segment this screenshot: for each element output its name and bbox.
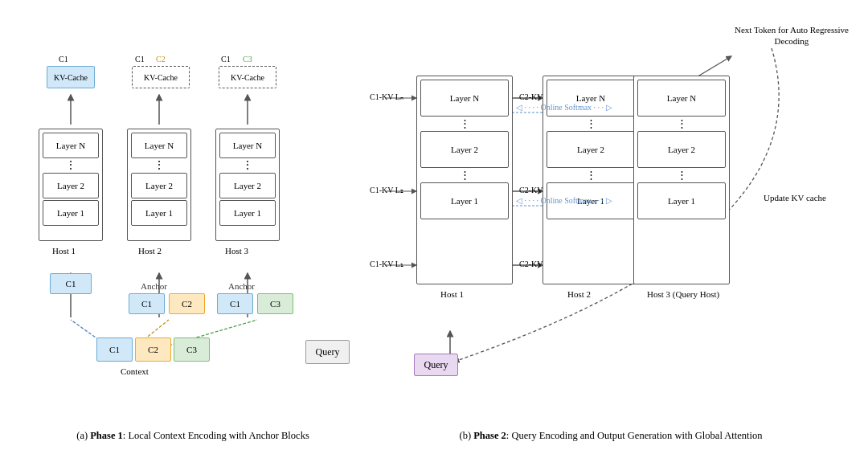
h1-dots: ⋮ [43,160,99,171]
r-h1-stack: Layer N ⋮ Layer 2 ⋮ Layer 1 [416,76,513,284]
h2-host-label: Host 2 [138,246,162,256]
r-h1-dots2: ⋮ [420,170,509,181]
h1-layer-n: Layer N [43,133,99,158]
h1-layer-1: Layer 1 [43,200,99,226]
h2-c2-input: C2 [169,293,205,314]
h2-anchor-label: Anchor [141,281,167,291]
h3-layer-1: Layer 1 [219,200,276,226]
r-h1-dots: ⋮ [420,118,509,129]
h2-layer-2: Layer 2 [131,173,187,198]
left-caption: (a) Phase 1: Local Context Encoding with… [16,429,370,444]
r-h2-host-label: Host 2 [567,289,591,299]
r-h1-kv-ln: C1-KV Lₙ [370,92,403,101]
left-panel: KV-Cache C1 Layer N ⋮ Layer 2 Layer 1 [16,8,370,446]
h3-kvcache: KV-Cache [219,66,276,88]
context-label: Context [121,366,149,376]
online-softmax-2: ◁ · · · · Online Softmax · · · ▷ [516,196,612,205]
h3-dots: ⋮ [219,160,276,171]
r-h1-layer-1: Layer 1 [420,182,509,219]
h3-c1-label: C1 [221,55,231,63]
r-h1-kv-l2: C1-KV L₂ [370,186,403,194]
h2-c2-label: C2 [156,55,166,63]
h3-layer-2: Layer 2 [219,173,276,198]
h1-layer-2: Layer 2 [43,173,99,198]
r-h1-host-label: Host 1 [440,289,464,299]
r-h1-kv-l1: C1-KV L₁ [370,260,403,268]
h2-stack: Layer N ⋮ Layer 2 Layer 1 [127,129,191,241]
next-token-label: Next Token for Auto Regressive Decoding [731,24,852,47]
r-h2-dots2: ⋮ [547,170,635,181]
update-kv-label: Update KV cache [764,193,826,202]
h1-c1-label: C1 [59,55,68,63]
query-box-right: Query [414,354,458,376]
h3-host-label: Host 3 [225,246,248,256]
h2-layer-1: Layer 1 [131,200,187,226]
ctx-c2: C2 [135,337,171,362]
r-h3-layer-n: Layer N [637,80,726,117]
h3-c1-input: C1 [217,293,253,314]
h2-kvcache: KV-Cache [132,66,190,88]
h3-stack: Layer N ⋮ Layer 2 Layer 1 [215,129,280,241]
r-h2-layer-2: Layer 2 [547,131,635,168]
h3-anchor-label: Anchor [228,281,255,291]
right-diagram: C1-KV Lₙ C1-KV L₂ C1-KV L₁ C2-KV Lₙ C2-K… [370,8,852,446]
right-caption: (b) Phase 2: Query Encoding and Output G… [370,429,852,444]
r-h3-dots2: ⋮ [637,170,726,181]
query-box-left: Query [305,340,350,364]
r-h1-layer-2: Layer 2 [420,131,509,168]
h1-stack: Layer N ⋮ Layer 2 Layer 1 [39,129,103,241]
h2-dots: ⋮ [131,160,187,171]
h1-c1-input: C1 [50,273,92,294]
ctx-c1: C1 [96,337,133,362]
h1-kvcache: KV-Cache [47,66,95,88]
online-softmax-1: ◁ · · · · Online Softmax · · · ▷ [516,103,612,112]
h2-layer-n: Layer N [131,133,187,158]
h2-c1-input: C1 [129,293,165,314]
h3-c3-input: C3 [257,293,293,314]
r-h1-layer-n: Layer N [420,80,509,117]
left-diagram: KV-Cache C1 Layer N ⋮ Layer 2 Layer 1 [16,8,370,446]
r-h3-layer-2: Layer 2 [637,131,726,168]
ctx-c3: C3 [174,337,210,362]
r-h2-dots: ⋮ [547,118,635,129]
h2-c1-label: C1 [135,55,145,63]
h3-layer-n: Layer N [219,133,276,158]
main-container: KV-Cache C1 Layer N ⋮ Layer 2 Layer 1 [0,0,868,454]
r-h3-host-label: Host 3 (Query Host) [647,289,719,299]
r-h3-dots: ⋮ [637,118,726,129]
r-h3-layer-1: Layer 1 [637,182,726,219]
right-panel: C1-KV Lₙ C1-KV L₂ C1-KV L₁ C2-KV Lₙ C2-K… [370,8,852,446]
r-h3-stack: Layer N ⋮ Layer 2 ⋮ Layer 1 [633,76,730,284]
h3-c3-label: C3 [243,55,252,63]
h1-host-label: Host 1 [52,246,76,256]
